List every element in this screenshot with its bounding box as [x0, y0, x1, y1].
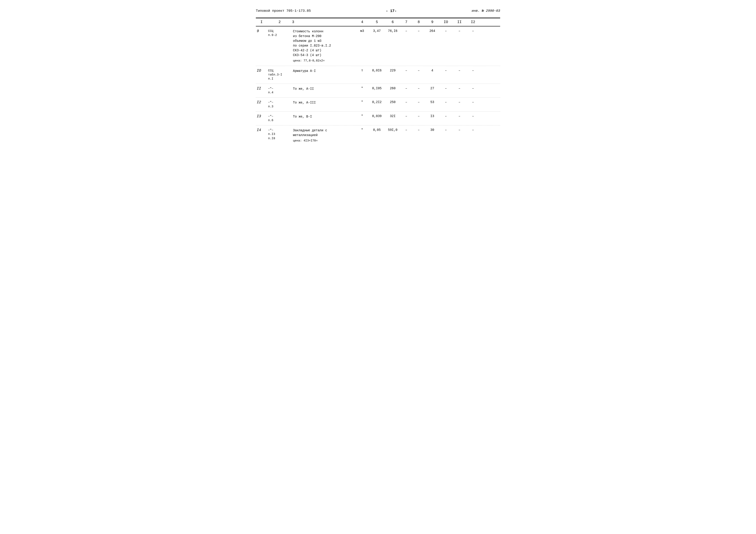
row-col12: – [466, 86, 480, 90]
row-col6: 229 [385, 68, 401, 73]
row-col11: – [453, 128, 466, 132]
row-col5: 3,47 [369, 29, 385, 33]
col-header-3: 3 [292, 20, 355, 24]
row-col7: – [401, 128, 412, 132]
row-col9: 53 [425, 100, 439, 104]
row-col12: – [466, 68, 480, 73]
row-col5: 0,0I6 [369, 68, 385, 73]
row-col8: – [412, 100, 425, 104]
row-col6: 250 [385, 100, 401, 104]
row-col11: – [453, 114, 466, 118]
row-unit: " [355, 100, 369, 104]
row-col8: – [412, 68, 425, 73]
table-row: I3–"– п.6То же, В-I"0,03932I––I3––– [256, 112, 500, 125]
row-ref-code: ССЦ табл.3-I п.I [267, 68, 292, 82]
row-col11: – [453, 29, 466, 33]
row-col5: 0,2I2 [369, 100, 385, 104]
table-row: IOССЦ табл.3-I п.IАрматура А-Iт0,0I6229–… [256, 66, 500, 84]
col-header-6: 6 [385, 20, 401, 24]
header-inv: инв. № 2990-03 [472, 9, 500, 13]
row-col9: I3 [425, 114, 439, 118]
page-header: Типовой проект 705-1-173.85 - 17- инв. №… [256, 9, 500, 13]
table-row: II–"– п.4То же, А-II"0,I05260––27––– [256, 84, 500, 98]
header-page-number: - 17- [386, 9, 397, 13]
row-description: То же, А-II [292, 86, 355, 92]
col-header-10: IO [439, 20, 453, 24]
row-col9: 4 [425, 68, 439, 73]
col-header-2: 2 [267, 20, 292, 24]
row-unit: " [355, 128, 369, 132]
row-col8: – [412, 29, 425, 33]
column-headers: I 2 3 4 5 6 7 8 9 IO II I2 [256, 18, 500, 26]
table-row: I4–"– п.I3 п.I8Закладные детали с металл… [256, 125, 500, 146]
row-col8: – [412, 128, 425, 132]
row-unit: " [355, 86, 369, 90]
row-number: IO [256, 68, 267, 73]
row-col9: 30 [425, 128, 439, 132]
row-col12: – [466, 100, 480, 104]
row-col12: – [466, 29, 480, 33]
row-col8: – [412, 86, 425, 90]
row-col11: – [453, 86, 466, 90]
col-header-5: 5 [369, 20, 385, 24]
table-body: 9ССЦ п.9-2Стоимость колонн из бетона М-2… [256, 26, 500, 146]
row-col7: – [401, 86, 412, 90]
row-unit: т [355, 68, 369, 73]
row-number: I2 [256, 100, 267, 105]
row-col10: – [439, 68, 453, 73]
row-col6: 59I,0 [385, 128, 401, 132]
row-col10: – [439, 114, 453, 118]
row-col5: 0,05 [369, 128, 385, 132]
row-col10: – [439, 29, 453, 33]
col-header-11: II [453, 20, 466, 24]
row-col12: – [466, 114, 480, 118]
header-project: Типовой проект 705-1-173.85 [256, 9, 311, 13]
row-col5: 0,I05 [369, 86, 385, 90]
row-description: То же, А-III [292, 100, 355, 106]
row-description: Закладные детали с металлизациейцена: 4I… [292, 128, 355, 143]
row-col8: – [412, 114, 425, 118]
row-number: 9 [256, 29, 267, 34]
row-description: Стоимость колонн из бетона М-200 объемом… [292, 29, 355, 64]
row-col7: – [401, 68, 412, 73]
row-col5: 0,039 [369, 114, 385, 118]
row-unit: " [355, 114, 369, 118]
col-header-1: I [256, 20, 267, 24]
row-col7: – [401, 114, 412, 118]
col-header-7: 7 [401, 20, 412, 24]
row-ref-code: –"– п.I3 п.I8 [267, 128, 292, 141]
row-description: То же, В-I [292, 114, 355, 119]
row-ref-code: –"– п.4 [267, 86, 292, 95]
row-col10: – [439, 100, 453, 104]
row-unit: м3 [355, 29, 369, 33]
row-col10: – [439, 86, 453, 90]
row-col9: 264 [425, 29, 439, 33]
row-description: Арматура А-I [292, 68, 355, 74]
row-col7: – [401, 100, 412, 104]
col-header-4: 4 [355, 20, 369, 24]
row-col11: – [453, 68, 466, 73]
row-number: II [256, 86, 267, 91]
row-number: I4 [256, 128, 267, 133]
row-ref-code: –"– п.6 [267, 114, 292, 123]
row-col9: 27 [425, 86, 439, 90]
row-col11: – [453, 100, 466, 104]
row-col12: – [466, 128, 480, 132]
row-col6: 76,I6 [385, 29, 401, 33]
row-ref-code: ССЦ п.9-2 [267, 29, 292, 38]
row-col10: – [439, 128, 453, 132]
row-col7: – [401, 29, 412, 33]
row-col6: 260 [385, 86, 401, 90]
row-ref-code: –"– п.3 [267, 100, 292, 109]
row-col6: 32I [385, 114, 401, 118]
table-row: 9ССЦ п.9-2Стоимость колонн из бетона М-2… [256, 26, 500, 66]
col-header-8: 8 [412, 20, 425, 24]
col-header-9: 9 [425, 20, 439, 24]
row-number: I3 [256, 114, 267, 119]
table-row: I2–"– п.3То же, А-III"0,2I2250––53––– [256, 98, 500, 112]
col-header-12: I2 [466, 20, 480, 24]
